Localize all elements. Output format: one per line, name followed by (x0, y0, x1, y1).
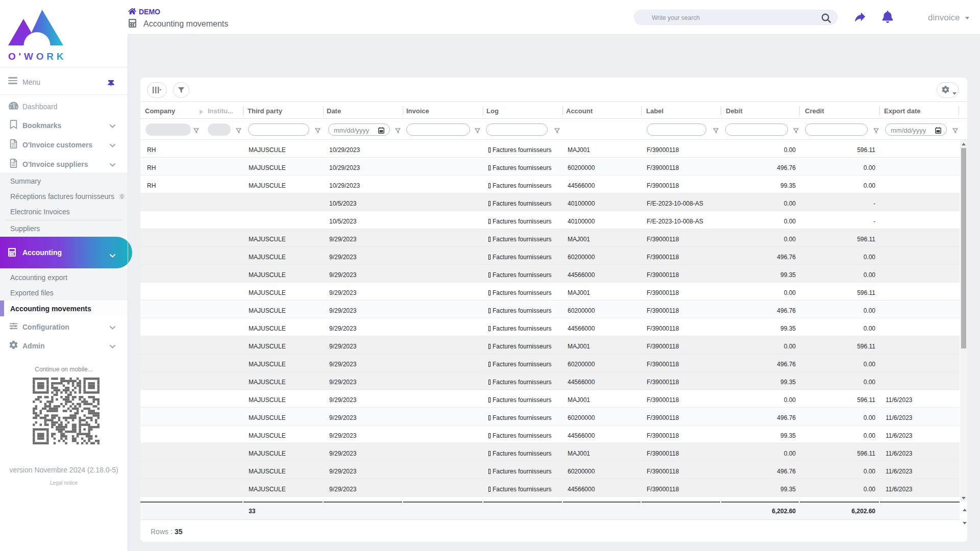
svg-text:O'WORK: O'WORK (8, 51, 66, 62)
